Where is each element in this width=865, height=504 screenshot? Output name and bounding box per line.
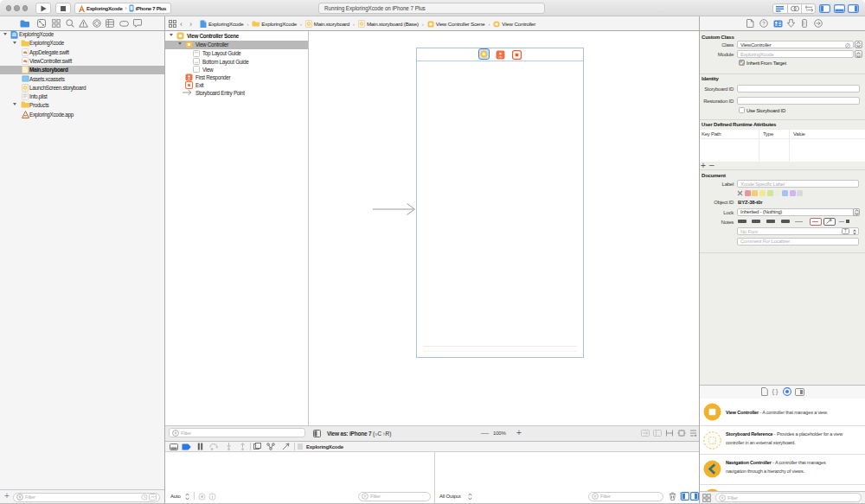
- svg-text:T: T: [844, 228, 848, 233]
- svg-text:?: ?: [762, 21, 766, 26]
